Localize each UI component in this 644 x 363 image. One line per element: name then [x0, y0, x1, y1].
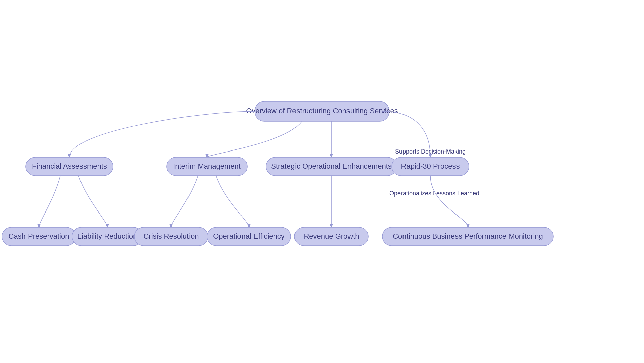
opeff-node-label: Operational Efficiency	[213, 232, 285, 240]
connector-rapid30-continuous	[430, 176, 468, 227]
cash-node-label: Cash Preservation	[9, 232, 69, 240]
revenue-node-label: Revenue Growth	[304, 232, 359, 240]
connector-interim-crisis	[171, 176, 198, 227]
connector-root-financial	[69, 111, 255, 157]
rapid30-node-label: Rapid-30 Process	[401, 162, 460, 170]
strategic-node-label: Strategic Operational Enhancements	[271, 162, 392, 170]
connector-financial-liability	[78, 176, 107, 227]
connector-root-interim	[207, 121, 302, 157]
financial-node-label: Financial Assessments	[32, 162, 107, 170]
continuous-node-label: Continuous Business Performance Monitori…	[393, 232, 543, 240]
crisis-node-label: Crisis Resolution	[143, 232, 199, 240]
connector-interim-opeff	[216, 176, 249, 227]
liability-node-label: Liability Reduction	[77, 232, 138, 240]
connector-financial-cash	[39, 176, 60, 227]
interim-node-label: Interim Management	[173, 162, 241, 170]
root-node-label: Overview of Restructuring Consulting Ser…	[246, 107, 398, 115]
